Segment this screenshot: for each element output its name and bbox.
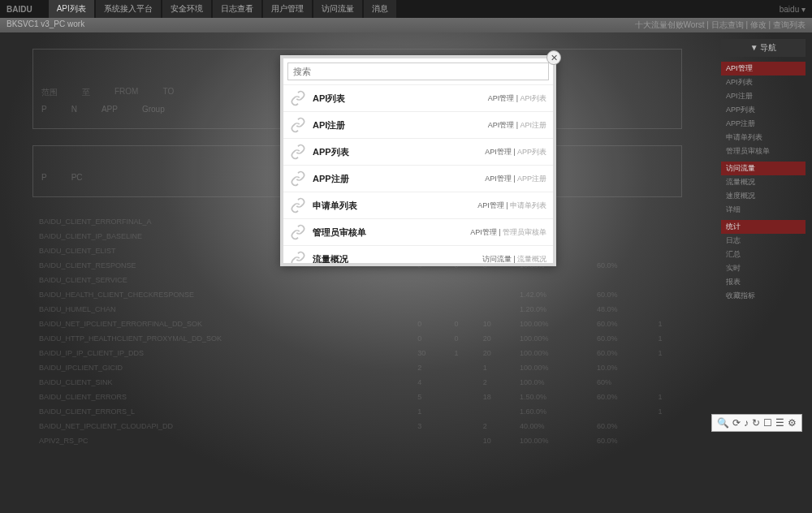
tab-1[interactable]: 系统接入平台 xyxy=(96,0,161,18)
tab-4[interactable]: 用户管理 xyxy=(263,0,312,18)
link-icon xyxy=(290,197,306,213)
sidepanel-section-header: API管理 xyxy=(721,62,806,75)
sidepanel-link[interactable]: 速度概况 xyxy=(721,189,806,203)
sidepanel-sections: API管理API列表API注册APP列表APP注册申请单列表管理员审核单访问流量… xyxy=(721,62,806,303)
side-panel: ▼ 导航 API管理API列表API注册APP列表APP注册申请单列表管理员审核… xyxy=(715,32,812,513)
search-result-item[interactable]: APP注册API管理 | APP注册 xyxy=(283,166,553,192)
tab-2[interactable]: 安全环境 xyxy=(162,0,211,18)
result-name: API列表 xyxy=(313,93,488,105)
result-name: 流量概况 xyxy=(313,253,482,264)
sidepanel-link[interactable]: 收藏指标 xyxy=(721,289,806,303)
result-breadcrumb: API管理 | 申请单列表 xyxy=(477,200,546,211)
float-tool-6[interactable]: ⚙ xyxy=(788,417,797,429)
tab-0[interactable]: API列表 xyxy=(49,0,94,18)
topbar-user[interactable]: baidu ▾ xyxy=(780,5,806,14)
float-tool-0[interactable]: 🔍 xyxy=(717,417,729,429)
search-result-item[interactable]: 管理员审核单API管理 | 管理员审核单 xyxy=(283,219,553,246)
breadcrumb-path: BKSVC1 v3_PC work xyxy=(6,19,84,31)
sidepanel-link[interactable]: APP列表 xyxy=(721,103,806,117)
sidepanel-link[interactable]: 实时 xyxy=(721,261,806,275)
sidepanel-link[interactable]: 管理员审核单 xyxy=(721,144,806,158)
float-tool-3[interactable]: ↻ xyxy=(752,417,760,429)
search-result-item[interactable]: API注册API管理 | API注册 xyxy=(283,112,553,139)
tab-6[interactable]: 消息 xyxy=(364,0,396,18)
table-row: BAIDU_HEALTH_CLIENT_CHECKRESPONSE1.42.0%… xyxy=(34,288,680,301)
result-breadcrumb: API管理 | 管理员审核单 xyxy=(470,227,546,238)
result-name: API注册 xyxy=(313,119,488,131)
sidepanel-section-header: 统计 xyxy=(721,220,806,234)
search-result-item[interactable]: APP列表API管理 | APP列表 xyxy=(283,139,553,166)
breadcrumb: BKSVC1 v3_PC work 十大流量创败Worst | 日志查询 | 修… xyxy=(0,18,812,32)
result-name: APP注册 xyxy=(313,173,485,185)
link-icon xyxy=(290,170,306,187)
result-name: 申请单列表 xyxy=(313,200,477,212)
table-row: BAIDU_IPCLIENT_GICID21100.00%10.0% xyxy=(34,361,680,374)
table-row: BAIDU_NET_IPCLIENT_CLOUDAPI_DD3240.00%60… xyxy=(34,420,680,433)
float-tool-2[interactable]: ♪ xyxy=(744,417,749,429)
logo: BAIDU xyxy=(6,5,32,14)
table-row: BAIDU_HUMEL_CHAN1.20.0%48.0% xyxy=(34,303,680,316)
topbar: BAIDU API列表系统接入平台安全环境日志查看用户管理访问流量消息 baid… xyxy=(0,0,812,18)
result-breadcrumb: API管理 | API注册 xyxy=(488,120,546,131)
sidepanel-link[interactable]: 详细 xyxy=(721,203,806,217)
table-row: BAIDU_HTTP_HEALTHCLIENT_PROXYMAL_DD_SOK0… xyxy=(34,332,680,345)
sidepanel-link[interactable]: 申请单列表 xyxy=(721,131,806,144)
breadcrumb-links[interactable]: 十大流量创败Worst | 日志查询 | 修改 | 查询列表 xyxy=(635,19,806,31)
sidepanel-link[interactable]: 汇总 xyxy=(721,248,806,261)
close-icon[interactable]: ✕ xyxy=(546,50,561,65)
result-breadcrumb: API管理 | API列表 xyxy=(488,93,546,104)
sidepanel-link[interactable]: API列表 xyxy=(721,75,806,89)
link-icon xyxy=(290,117,306,133)
sidepanel-link[interactable]: 日志 xyxy=(721,234,806,248)
search-modal: ✕ API列表API管理 | API列表API注册API管理 | API注册AP… xyxy=(280,55,556,266)
sidepanel-link[interactable]: 报表 xyxy=(721,275,806,289)
link-icon xyxy=(290,90,306,106)
link-icon xyxy=(290,224,306,240)
floating-toolbar: 🔍⟳♪↻☐☰⚙ xyxy=(711,414,802,432)
search-input[interactable] xyxy=(287,63,549,80)
sidepanel-link[interactable]: 流量概况 xyxy=(721,175,806,189)
table-row: BAIDU_NET_IPCLIENT_ERRORFINAL_DD_SOK0010… xyxy=(34,317,680,330)
sidepanel-section-header: 访问流量 xyxy=(721,162,806,175)
search-result-item[interactable]: 申请单列表API管理 | 申请单列表 xyxy=(283,192,553,219)
result-name: APP列表 xyxy=(313,146,485,158)
table-row: BAIDU_IP_IP_CLIENT_IP_DDS30120100.00%60.… xyxy=(34,347,680,360)
float-tool-1[interactable]: ⟳ xyxy=(732,417,741,429)
result-breadcrumb: API管理 | APP列表 xyxy=(485,147,546,157)
table-row: BAIDU_CLIENT_SERVICE xyxy=(34,274,680,287)
float-tool-4[interactable]: ☐ xyxy=(763,417,772,429)
table-row: BAIDU_CLIENT_ERRORS5181.50.0%60.0%1 xyxy=(34,390,680,403)
result-breadcrumb: 访问流量 | 流量概况 xyxy=(482,254,546,264)
sidepanel-link[interactable]: APP注册 xyxy=(721,117,806,131)
table-row: APIV2_RS_PC10100.00%60.0% xyxy=(34,434,680,447)
float-tool-5[interactable]: ☰ xyxy=(775,417,784,429)
link-icon xyxy=(290,251,306,263)
sidepanel-title: ▼ 导航 xyxy=(721,39,806,57)
search-results[interactable]: API列表API管理 | API列表API注册API管理 | API注册APP列… xyxy=(283,84,553,263)
search-result-item[interactable]: API列表API管理 | API列表 xyxy=(283,85,553,112)
result-breadcrumb: API管理 | APP注册 xyxy=(485,174,546,184)
table-row: BAIDU_CLIENT_SINK42100.0%60% xyxy=(34,376,680,389)
topbar-tabs: API列表系统接入平台安全环境日志查看用户管理访问流量消息 xyxy=(49,0,396,18)
link-icon xyxy=(290,144,306,160)
tab-5[interactable]: 访问流量 xyxy=(313,0,362,18)
tab-3[interactable]: 日志查看 xyxy=(213,0,261,18)
sidepanel-link[interactable]: API注册 xyxy=(721,89,806,103)
search-result-item[interactable]: 流量概况访问流量 | 流量概况 xyxy=(283,246,553,263)
table-row: BAIDU_CLIENT_ERRORS_L11.60.0%1 xyxy=(34,405,680,418)
result-name: 管理员审核单 xyxy=(313,226,470,239)
